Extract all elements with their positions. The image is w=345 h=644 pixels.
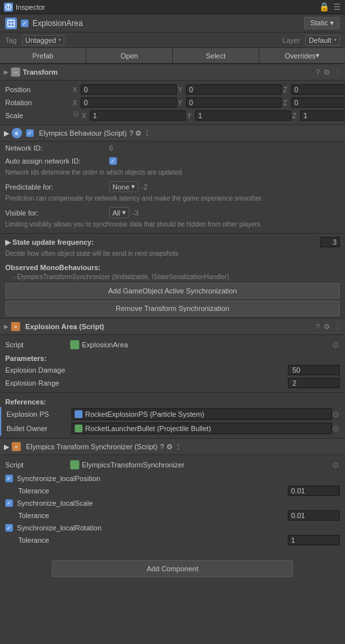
parameters-header: Parameters: [0, 352, 345, 364]
sync-rotation-checkbox[interactable]: ✓ [5, 524, 13, 532]
rotation-y-label: Y [178, 99, 185, 106]
sync-scale-row: ✓ Synchronize_localScale [0, 497, 345, 510]
elympics-menu-icon[interactable]: ⋮ [144, 129, 151, 137]
sync-script-gear[interactable]: ⚙ [332, 460, 340, 470]
auto-assign-label: Auto assign network ID: [5, 157, 109, 165]
scale-lock-icon[interactable]: ⛓ [73, 110, 79, 121]
scale-z-field: Z [292, 110, 345, 121]
bullet-owner-icon [75, 425, 83, 432]
elympics-help-icon[interactable]: ? [129, 129, 133, 137]
elympics-settings-icon[interactable]: ⚙ [135, 129, 142, 137]
explosion-section-controls: ? ⚙ ⋮ [316, 323, 341, 331]
object-icon [5, 18, 17, 29]
sync-position-checkbox[interactable]: ✓ [5, 475, 13, 482]
visible-dropdown[interactable]: All ▾ [109, 207, 129, 218]
rotation-z-label: Z [283, 99, 290, 106]
predictable-row: Predictable for: None ▾ -2 [0, 180, 345, 193]
rotation-y-input[interactable] [186, 97, 282, 108]
scale-y-input[interactable] [195, 110, 291, 121]
scale-y-field: Y [187, 110, 291, 121]
position-x-input[interactable] [81, 84, 177, 95]
elympics-section-controls: ? ⚙ ⋮ [129, 129, 151, 138]
explosion-help-icon[interactable]: ? [316, 323, 320, 331]
overrides-button[interactable]: Overrides ▾ [259, 48, 345, 63]
position-y-input[interactable] [186, 84, 282, 95]
menu-icon[interactable]: ☰ [333, 2, 341, 12]
sync-section-icon: # [12, 442, 21, 451]
explosion-section-header[interactable]: ▶ # Explosion Area (Script) ? ⚙ ⋮ [0, 318, 345, 335]
title-bar-controls[interactable]: 🔒 ☰ [319, 2, 341, 12]
sync-section-title: Elympics Transform Synchronizer (Script) [26, 443, 157, 451]
sync-menu-icon[interactable]: ⋮ [175, 443, 182, 451]
scale-xyz: ⛓ X Y Z [73, 110, 345, 121]
elympics-section-header[interactable]: ▶ E ✓ Elympics Behaviour (Script) ? ⚙ ⋮ [0, 125, 345, 142]
predictable-dropdown[interactable]: None ▾ [109, 181, 138, 192]
explosion-ps-gear[interactable]: ⚙ [332, 410, 340, 419]
explosion-menu-icon[interactable]: ⋮ [334, 323, 341, 331]
bullet-owner-label: Bullet Owner [6, 425, 71, 432]
add-component-button[interactable]: Add Component [52, 560, 293, 577]
sync-script-value: ElympicsTransformSynchronizer ⚙ [70, 460, 340, 470]
tolerance-position-input[interactable] [288, 486, 340, 496]
rotation-x-input[interactable] [81, 97, 177, 108]
transform-collapse-arrow: ▶ [4, 69, 8, 75]
remove-sync-button[interactable]: Remove Transform Synchronization [5, 301, 340, 316]
transform-help-icon[interactable]: ? [316, 68, 320, 77]
rotation-label: Rotation [5, 99, 70, 106]
title-bar: Inspector 🔒 ☰ [0, 0, 345, 14]
position-z-input[interactable] [291, 84, 345, 95]
explosion-script-gear[interactable]: ⚙ [332, 340, 340, 350]
explosion-range-input[interactable] [288, 378, 340, 388]
rotation-x-label: X [73, 99, 79, 106]
elympics-section-content: Network ID: 6 Auto assign network ID: ✓ … [0, 142, 345, 316]
static-badge[interactable]: Static ▾ [304, 17, 340, 29]
bullet-owner-gear[interactable]: ⚙ [332, 424, 340, 434]
inspector-icon [4, 3, 13, 12]
tag-dropdown[interactable]: Untagged ▾ [22, 35, 65, 45]
rotation-x-field: X [73, 97, 177, 108]
select-button[interactable]: Select [173, 48, 259, 63]
scale-x-input[interactable] [90, 110, 186, 121]
explosion-script-icon [70, 340, 79, 349]
explosion-settings-icon[interactable]: ⚙ [324, 323, 330, 331]
transform-menu-icon[interactable]: ⋮ [334, 68, 341, 77]
object-enabled-checkbox[interactable]: ✓ [21, 19, 29, 27]
explosion-section-title: Explosion Area (Script) [25, 323, 313, 330]
explosion-script-value: ExplosionArea ⚙ [70, 340, 340, 350]
sync-transform-section-header[interactable]: ▶ # Elympics Transform Synchronizer (Scr… [0, 438, 345, 455]
open-button[interactable]: Open [86, 48, 173, 63]
transform-settings-icon[interactable]: ⚙ [324, 68, 330, 77]
explosion-ps-row: Explosion PS RocketExplosionPS (Particle… [0, 407, 345, 421]
add-sync-button[interactable]: Add GameObject Active Synchronization [5, 283, 340, 299]
tolerance-scale-input[interactable] [288, 510, 340, 521]
transform-section-header[interactable]: ▶ ↔ Transform ? ⚙ ⋮ [0, 64, 345, 80]
position-row: Position X Y Z [0, 83, 345, 96]
sync-settings-icon[interactable]: ⚙ [166, 443, 173, 451]
auto-assign-checkbox[interactable]: ✓ [109, 157, 117, 165]
object-name: ExplosionArea [32, 19, 300, 28]
explosion-damage-input[interactable] [288, 365, 340, 375]
tag-label: Tag [5, 36, 17, 44]
lock-icon[interactable]: 🔒 [319, 2, 329, 12]
bullet-owner-value: RocketLauncherBullet (Projectile Bullet) [71, 423, 332, 434]
rotation-z-input[interactable] [291, 97, 345, 108]
elympics-enabled-checkbox[interactable]: ✓ [26, 129, 34, 137]
observed-label: Observed MonoBehaviours: [0, 261, 345, 273]
tolerance-rotation-label: Tolerance [18, 536, 288, 544]
sync-position-label: Synchronize_localPosition [17, 475, 340, 482]
scale-row: Scale ⛓ X Y Z [0, 109, 345, 122]
layer-dropdown[interactable]: Default ▾ [305, 35, 340, 45]
layer-label: Layer [283, 36, 301, 44]
transform-section-controls: ? ⚙ ⋮ [316, 68, 341, 77]
prediction-note: Prediction can compensate for network la… [0, 193, 345, 206]
sync-scale-checkbox[interactable]: ✓ [5, 499, 13, 507]
explosion-ps-icon [75, 410, 83, 418]
tolerance-scale-row: Tolerance [0, 510, 345, 521]
sync-help-icon[interactable]: ? [160, 443, 164, 451]
scale-x-field: X [82, 110, 186, 121]
network-id-label: Network ID: [5, 144, 109, 152]
scale-z-input[interactable] [300, 110, 345, 121]
sync-script-row: Script ElympicsTransformSynchronizer ⚙ [0, 458, 345, 472]
tolerance-rotation-input[interactable] [288, 535, 340, 545]
prefab-button[interactable]: Prefab [0, 48, 86, 63]
